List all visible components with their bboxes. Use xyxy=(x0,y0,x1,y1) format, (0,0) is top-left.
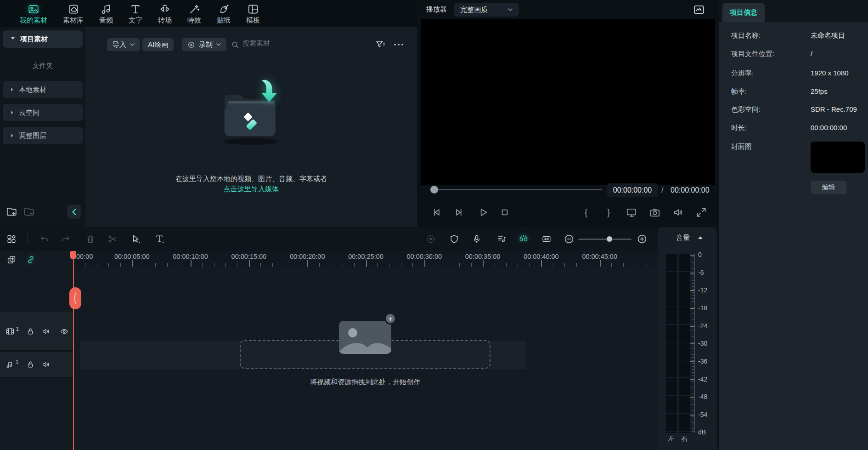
audio-track-lock-icon[interactable] xyxy=(26,360,35,369)
timeline-toolbar xyxy=(0,227,658,251)
auto-link-magnet-icon[interactable] xyxy=(26,255,36,265)
add-folder-icon[interactable] xyxy=(6,205,17,217)
tab-label: 贴纸 xyxy=(217,16,231,25)
audio-track-mute-icon[interactable] xyxy=(41,360,51,369)
import-button-label: 导入 xyxy=(113,40,126,49)
redo-icon[interactable] xyxy=(61,234,71,244)
scrubber-track[interactable] xyxy=(437,189,602,190)
previous-frame-button[interactable] xyxy=(430,206,442,218)
snapshot-button[interactable] xyxy=(649,206,661,218)
tab-transition[interactable]: 转场 xyxy=(150,0,180,25)
tab-label: 我的素材 xyxy=(20,16,47,25)
meter-scale-value: -6 xyxy=(698,269,716,276)
ruler-label: 00:00:15:00 xyxy=(231,253,267,260)
delete-icon[interactable] xyxy=(85,234,96,244)
tab-text[interactable]: 文字 xyxy=(121,0,150,25)
meter-bar-right xyxy=(679,254,690,433)
sidebar-item-cloud-space[interactable]: 云空间 xyxy=(3,104,83,121)
ruler-label: 00:00 xyxy=(76,253,93,260)
ai-paint-button[interactable]: AI绘画 xyxy=(142,38,174,51)
timeline-ruler[interactable]: 00:0000:00:05:0000:00:10:0000:00:15:0000… xyxy=(73,251,658,268)
tab-stock-media[interactable]: 素材库 xyxy=(55,0,91,25)
playhead-handle[interactable] xyxy=(69,287,81,309)
tab-sticker[interactable]: 贴纸 xyxy=(209,0,238,25)
more-options-icon[interactable] xyxy=(393,41,404,48)
meter-scale-value: -30 xyxy=(698,340,716,347)
meter-major-tick xyxy=(690,326,694,327)
quality-dropdown[interactable]: 完整画质 xyxy=(454,3,519,17)
info-color-space-label: 色彩空间: xyxy=(731,105,761,114)
audio-track-count: 1 xyxy=(16,359,19,365)
scrubber-handle[interactable] xyxy=(430,186,438,194)
video-track-visibility-icon[interactable] xyxy=(60,327,69,336)
collapse-sidebar-button[interactable] xyxy=(67,205,81,219)
waveform-monitor-icon[interactable] xyxy=(693,3,705,16)
text-tool-icon[interactable] xyxy=(154,234,164,244)
cover-image-thumbnail[interactable] xyxy=(811,142,865,173)
add-media-plus-icon[interactable]: + xyxy=(384,313,396,325)
zoom-out-icon[interactable] xyxy=(564,234,575,245)
audio-to-text-icon[interactable] xyxy=(496,234,507,244)
video-track-lock-icon[interactable] xyxy=(26,327,35,336)
filter-icon[interactable] xyxy=(375,39,386,50)
meter-scale-value: -54 xyxy=(698,411,716,418)
display-device-button[interactable] xyxy=(626,206,637,218)
edit-cover-button[interactable]: 编辑 xyxy=(811,181,846,194)
video-preview[interactable] xyxy=(421,19,715,185)
ruler-label: 00:00:25:00 xyxy=(348,253,383,260)
meter-major-tick xyxy=(690,415,694,416)
import-media-link[interactable]: 点击这里导入媒体 xyxy=(224,185,279,193)
meter-major-tick xyxy=(690,290,694,291)
video-track-count: 1 xyxy=(16,326,19,332)
mark-in-button[interactable]: { xyxy=(585,207,588,218)
tab-audio[interactable]: 音频 xyxy=(91,0,121,25)
split-scissors-icon[interactable] xyxy=(107,234,118,244)
render-preview-icon[interactable] xyxy=(426,234,436,244)
add-track-icon[interactable] xyxy=(6,255,17,265)
next-frame-button[interactable] xyxy=(453,206,465,218)
zoom-in-icon[interactable] xyxy=(637,234,648,245)
undo-icon[interactable] xyxy=(39,234,50,244)
timeline-drop-hint: 将视频和资源拖拽到此处，开始创作 xyxy=(255,378,475,387)
mark-out-button[interactable]: } xyxy=(607,207,610,218)
remove-folder-icon[interactable] xyxy=(23,205,35,217)
zoom-slider-track[interactable] xyxy=(578,239,631,240)
search-input[interactable] xyxy=(242,39,311,47)
import-folder-illustration[interactable] xyxy=(210,73,293,146)
info-project-name-value: 未命名项目 xyxy=(811,31,845,40)
playhead-flag[interactable] xyxy=(70,251,76,259)
video-track-mute-icon[interactable] xyxy=(41,327,51,336)
mask-shield-icon[interactable] xyxy=(449,234,459,244)
sidebar-item-local-media[interactable]: 本地素材 xyxy=(3,81,83,98)
tab-project-info[interactable]: 项目信息 xyxy=(722,3,765,22)
meter-major-tick xyxy=(690,397,694,398)
zoom-slider-handle[interactable] xyxy=(607,236,612,242)
sidebar-item-adjustment-layer[interactable]: 调整图层 xyxy=(3,127,83,144)
import-button[interactable]: 导入 xyxy=(107,38,140,51)
voiceover-mic-icon[interactable] xyxy=(472,234,482,244)
select-tool-icon[interactable] xyxy=(130,234,141,244)
record-button[interactable]: 录制 xyxy=(182,38,226,51)
caret-right-icon xyxy=(11,134,13,137)
tab-template[interactable]: 模板 xyxy=(238,0,268,25)
ruler-major-tick xyxy=(132,260,133,267)
fullscreen-button[interactable] xyxy=(695,206,707,218)
tab-my-media[interactable]: 我的素材 xyxy=(12,0,55,25)
tab-label: 文字 xyxy=(129,16,142,25)
sidebar-item-project-media[interactable]: 项目素材 xyxy=(3,30,83,48)
play-button[interactable] xyxy=(477,206,489,218)
quick-split-icon[interactable] xyxy=(519,234,529,244)
tab-label: 素材库 xyxy=(63,16,84,25)
mute-button[interactable] xyxy=(672,206,684,218)
meter-scale-value: -18 xyxy=(698,304,716,312)
layout-grid-icon[interactable] xyxy=(6,234,17,244)
playhead[interactable] xyxy=(73,251,74,450)
meter-scale-value: 0 xyxy=(698,251,716,258)
chevron-down-icon xyxy=(216,43,221,46)
fit-timeline-icon[interactable] xyxy=(541,234,552,244)
player-panel: 播放器 完整画质 00:00:00:00 / 00:00:00:00 { } xyxy=(417,0,719,227)
stop-button[interactable] xyxy=(499,206,511,218)
tab-effects[interactable]: 特效 xyxy=(180,0,209,25)
collapse-meter-icon[interactable] xyxy=(698,236,703,239)
ruler-label: 00:00:40:00 xyxy=(524,253,559,260)
